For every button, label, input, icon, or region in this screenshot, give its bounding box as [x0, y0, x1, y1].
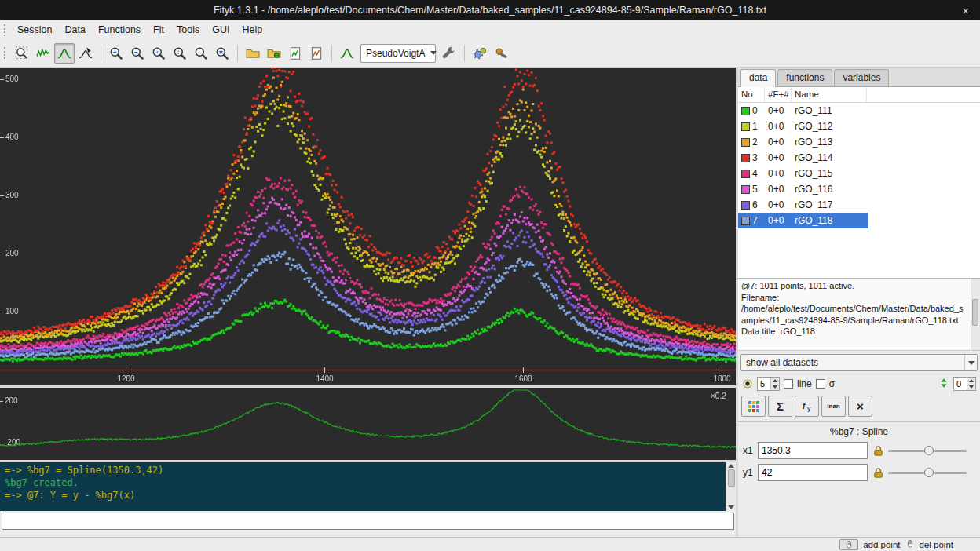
tab-variables[interactable]: variables: [834, 69, 889, 86]
point-size-icon: [742, 378, 753, 391]
transform-data-button[interactable]: fy: [795, 396, 819, 417]
delete-dataset-button[interactable]: ×: [848, 396, 872, 417]
param-y1-slider[interactable]: [888, 467, 967, 478]
menu-item-tools[interactable]: Tools: [170, 22, 206, 38]
dataset-table-body: 00+0rGO_11110+0rGO_11220+0rGO_11330+0rGO…: [738, 103, 980, 228]
table-row[interactable]: 30+0rGO_114: [738, 150, 868, 166]
table-row[interactable]: 60+0rGO_117: [738, 197, 868, 213]
dataset-info-panel[interactable]: @7: 1011 points, 1011 active.Filename: /…: [738, 279, 980, 351]
activate-data-mode-button[interactable]: [75, 43, 96, 64]
dataset-color-swatch[interactable]: [741, 170, 750, 178]
table-row[interactable]: 50+0rGO_116: [738, 181, 868, 197]
add-function-button[interactable]: [337, 43, 357, 64]
param-x1-input[interactable]: [758, 442, 868, 459]
data-range-mode-button[interactable]: [33, 43, 53, 64]
info-line: Data title: rGO_118: [741, 326, 967, 338]
run-fit-button[interactable]: [470, 43, 490, 64]
data-table-button[interactable]: [741, 396, 766, 417]
chevron-down-icon: [430, 45, 437, 62]
dataset-color-swatch[interactable]: [741, 154, 750, 162]
scrollbar-thumb[interactable]: [972, 299, 978, 326]
zoom-prev-button[interactable]: ‹: [148, 43, 169, 64]
menu-item-gui[interactable]: GUI: [206, 22, 236, 38]
menu-item-functions[interactable]: Functions: [92, 22, 147, 38]
fit-settings-button[interactable]: [491, 43, 511, 64]
line-checkbox[interactable]: [784, 379, 793, 389]
table-row[interactable]: 40+0rGO_115: [738, 166, 868, 181]
menu-item-fit[interactable]: Fit: [147, 22, 170, 38]
aux-plot-canvas[interactable]: [0, 388, 736, 460]
toolbar-separator: [237, 45, 238, 62]
zoom-all-button[interactable]: ∗: [212, 43, 232, 64]
console-scrollbar[interactable]: [726, 462, 736, 511]
table-row[interactable]: 00+0rGO_111: [738, 103, 868, 119]
spin-up-icon[interactable]: [967, 378, 975, 384]
add-peak-mode-button[interactable]: [54, 43, 75, 64]
menu-item-help[interactable]: Help: [236, 22, 269, 38]
table-row[interactable]: 70+0rGO_118: [738, 213, 868, 228]
table-row[interactable]: 20+0rGO_113: [738, 134, 868, 150]
command-input[interactable]: [2, 513, 734, 530]
console-output[interactable]: =-> %bg7 = Spline(1350.3,42)%bg7 created…: [0, 462, 726, 511]
sum-datasets-button[interactable]: Σ: [768, 396, 792, 417]
run-script-button[interactable]: [264, 43, 284, 64]
svg-text:−: −: [134, 49, 138, 56]
point-size-value[interactable]: [758, 378, 770, 390]
slider-thumb[interactable]: [924, 468, 934, 477]
column-header-name[interactable]: Name: [792, 87, 867, 102]
menu-item-session[interactable]: Session: [11, 22, 58, 38]
info-scrollbar[interactable]: [971, 279, 980, 350]
lock-icon[interactable]: [872, 444, 884, 457]
dataset-info-lines: @7: 1011 points, 1011 active.Filename: /…: [741, 280, 967, 338]
sigma-checkbox[interactable]: [816, 379, 825, 389]
window-title: Fityk 1.3.1 - /home/aleplo/test/Document…: [0, 0, 980, 20]
point-size-spinner[interactable]: [757, 377, 780, 391]
column-header-no[interactable]: No: [738, 87, 765, 102]
tab-data[interactable]: data: [740, 69, 776, 87]
zoom-out-button[interactable]: −: [127, 43, 148, 64]
spin-up-icon[interactable]: [771, 378, 779, 384]
table-row[interactable]: 10+0rGO_112: [738, 119, 868, 134]
peak-type-dropdown[interactable]: PseudoVoigtA: [360, 44, 436, 63]
mouse-mode-button[interactable]: [839, 539, 858, 550]
dataset-color-swatch[interactable]: [741, 122, 750, 131]
display-controls-row: line σ: [738, 374, 980, 393]
zoom-horiz-button[interactable]: ↔: [191, 43, 211, 64]
dataset-color-swatch[interactable]: [741, 217, 750, 225]
zoom-vert-button[interactable]: ↕: [170, 43, 190, 64]
scrollbar-thumb[interactable]: [728, 469, 735, 487]
function-settings-button[interactable]: [439, 43, 459, 64]
dataset-color-swatch[interactable]: [741, 107, 750, 115]
scroll-up-icon[interactable]: [728, 464, 734, 468]
show-datasets-dropdown[interactable]: show all datasets: [740, 354, 978, 371]
slider-thumb[interactable]: [924, 446, 934, 455]
window-close-button[interactable]: ×: [956, 0, 975, 20]
dataset-color-swatch[interactable]: [741, 185, 750, 194]
load-data-button[interactable]: [285, 43, 305, 64]
spin-down-icon[interactable]: [967, 384, 975, 390]
zoom-in-button[interactable]: +: [106, 43, 126, 64]
scroll-down-icon[interactable]: [728, 505, 734, 509]
menu-item-data[interactable]: Data: [58, 22, 91, 38]
spin-down-icon[interactable]: [771, 384, 779, 390]
zoom-mode-button[interactable]: [12, 43, 32, 64]
dataset-table-header: No #F+# Name: [738, 87, 980, 103]
datasets-filter-row: show all datasets: [738, 351, 980, 374]
dataset-color-swatch[interactable]: [741, 201, 750, 210]
param-y1-input[interactable]: [758, 464, 868, 481]
main-content: =-> %bg7 = Spline(1350.3,42)%bg7 created…: [0, 68, 980, 537]
save-data-button[interactable]: [306, 43, 327, 64]
toolbar-separator: [464, 45, 465, 62]
lnan-button[interactable]: lnan: [821, 396, 846, 417]
column-header-ff[interactable]: #F+#: [765, 87, 792, 102]
param-x1-slider[interactable]: [888, 445, 967, 456]
open-session-button[interactable]: [243, 43, 263, 64]
dataset-color-swatch[interactable]: [741, 138, 750, 147]
shift-spinner[interactable]: [953, 377, 976, 391]
main-plot-canvas[interactable]: [0, 68, 736, 385]
tab-functions[interactable]: functions: [777, 69, 832, 86]
lock-icon[interactable]: [872, 466, 884, 479]
sigma-checkbox-label: σ: [829, 378, 835, 389]
param-row-y1: y1: [738, 462, 980, 483]
shift-value[interactable]: [954, 378, 967, 390]
